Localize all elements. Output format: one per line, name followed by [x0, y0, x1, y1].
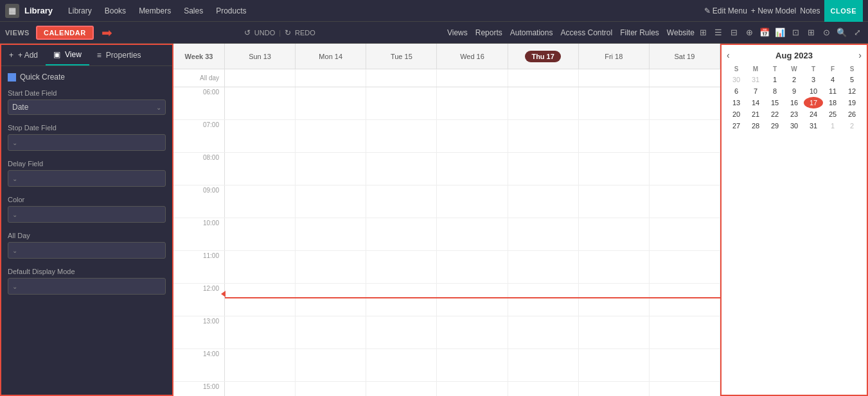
mini-cal-day[interactable]: 23 — [784, 108, 804, 120]
cal-cell[interactable] — [225, 284, 296, 316]
sidebar-tab-add[interactable]: + + Add — [1, 45, 46, 65]
cal-cell[interactable] — [296, 120, 366, 152]
cal-cell[interactable] — [225, 316, 296, 349]
cal-cell[interactable] — [366, 251, 437, 283]
cal-cell[interactable] — [366, 185, 437, 218]
mini-cal-day[interactable]: 31 — [746, 74, 765, 85]
sidebar-tab-properties[interactable]: ≡ Properties — [89, 45, 149, 65]
allday-cell-mon[interactable] — [296, 69, 366, 87]
cal-cell[interactable] — [508, 185, 579, 218]
cal-cell[interactable] — [437, 218, 508, 250]
website-menu-item[interactable]: Website — [667, 28, 695, 37]
close-button[interactable]: CLOSE — [824, 0, 863, 22]
mini-cal-day[interactable]: 2 — [784, 74, 804, 85]
cal-cell[interactable] — [437, 316, 508, 349]
cal-cell[interactable] — [296, 251, 366, 283]
cal-cell[interactable] — [296, 349, 366, 381]
mini-cal-day[interactable]: 16 — [784, 97, 804, 108]
redo-button[interactable]: REDO — [295, 29, 315, 37]
quick-create-checkbox[interactable] — [8, 73, 16, 82]
cal-cell[interactable] — [650, 284, 720, 316]
cal-cell[interactable] — [579, 153, 650, 185]
allday-cell-sat[interactable] — [650, 69, 720, 87]
cal-cell[interactable] — [296, 185, 366, 218]
mini-cal-day[interactable]: 7 — [746, 85, 765, 97]
nav-products[interactable]: Products — [211, 4, 251, 18]
cal-cell[interactable] — [366, 120, 437, 152]
mini-cal-day[interactable]: 28 — [746, 120, 765, 132]
allday-select[interactable]: ⌄ — [8, 242, 166, 259]
mini-cal-day[interactable]: 30 — [784, 120, 804, 132]
timer-icon[interactable]: ⊙ — [820, 27, 832, 39]
cal-cell[interactable] — [437, 185, 508, 218]
cal-cell[interactable] — [366, 382, 437, 396]
cal-cell[interactable] — [579, 382, 650, 396]
cal-cell[interactable] — [508, 316, 579, 349]
cal-cell[interactable] — [508, 218, 579, 250]
cal-cell[interactable] — [366, 218, 437, 250]
cal-cell[interactable] — [508, 284, 579, 316]
access-control-menu-item[interactable]: Access Control — [560, 28, 612, 37]
cal-cell[interactable] — [508, 382, 579, 396]
sidebar-tab-view[interactable]: ▣ View — [46, 45, 89, 65]
cal-cell[interactable] — [650, 153, 720, 185]
mini-cal-day[interactable]: 22 — [765, 108, 784, 120]
cal-cell[interactable] — [579, 349, 650, 381]
cal-cell[interactable] — [650, 349, 720, 381]
cal-cell[interactable] — [296, 316, 366, 349]
allday-cell-sun[interactable] — [225, 69, 296, 87]
calendar-view-button[interactable]: CALENDAR — [36, 26, 94, 40]
cal-cell[interactable] — [366, 316, 437, 349]
reports-menu-item[interactable]: Reports — [475, 28, 502, 37]
cal-cell[interactable] — [225, 382, 296, 396]
mini-cal-day[interactable]: 1 — [823, 120, 842, 132]
cal-cell[interactable] — [508, 251, 579, 283]
mini-cal-day[interactable]: 15 — [765, 97, 784, 108]
cal-cell[interactable] — [508, 87, 579, 119]
mini-cal-day[interactable]: 12 — [842, 85, 862, 97]
cal-cell[interactable] — [650, 251, 720, 283]
nav-members[interactable]: Members — [134, 4, 176, 18]
mini-cal-day[interactable]: 3 — [804, 74, 823, 85]
mini-cal-day[interactable]: 5 — [842, 74, 862, 85]
cal-cell[interactable] — [225, 87, 296, 119]
new-model-button[interactable]: + New Model — [751, 6, 796, 15]
cal-cell[interactable] — [366, 153, 437, 185]
graph-icon[interactable]: 📊 — [774, 27, 786, 39]
mini-cal-day[interactable]: 26 — [842, 108, 862, 120]
mini-cal-day[interactable]: 8 — [765, 85, 784, 97]
mini-cal-day[interactable]: 17 — [804, 97, 823, 108]
grid-icon[interactable]: ⊞ — [697, 27, 709, 39]
mini-cal-day[interactable]: 2 — [842, 120, 862, 132]
mini-cal-day[interactable]: 30 — [727, 74, 746, 85]
allday-cell-fri[interactable] — [579, 69, 650, 87]
cal-cell[interactable] — [579, 87, 650, 119]
mini-cal-day[interactable]: 11 — [823, 85, 842, 97]
mini-cal-day[interactable]: 21 — [746, 108, 765, 120]
cal-cell[interactable] — [437, 87, 508, 119]
cal-cell[interactable] — [296, 284, 366, 316]
cal-cell[interactable] — [296, 382, 366, 396]
cal-cell[interactable] — [296, 87, 366, 119]
cal-cell[interactable] — [225, 218, 296, 250]
nav-library[interactable]: Library — [63, 4, 97, 18]
nav-books[interactable]: Books — [100, 4, 131, 18]
map-icon[interactable]: ⊕ — [743, 27, 755, 39]
cal-cell[interactable] — [650, 87, 720, 119]
cal-cell[interactable] — [579, 218, 650, 250]
cal-cell[interactable] — [650, 316, 720, 349]
cal-cell[interactable] — [296, 153, 366, 185]
mini-cal-day[interactable]: 4 — [823, 74, 842, 85]
cal-cell[interactable] — [508, 349, 579, 381]
nav-sales[interactable]: Sales — [179, 4, 208, 18]
views-menu-item[interactable]: Views — [447, 28, 468, 37]
allday-cell-wed[interactable] — [437, 69, 508, 87]
search-icon[interactable]: 🔍 — [836, 27, 847, 39]
cal-cell[interactable] — [296, 218, 366, 250]
mini-cal-day[interactable]: 9 — [784, 85, 804, 97]
mini-cal-day[interactable]: 6 — [727, 85, 746, 97]
display-mode-select[interactable]: ⌄ — [8, 278, 166, 295]
cal-cell[interactable] — [437, 382, 508, 396]
next-month-button[interactable]: › — [858, 50, 862, 60]
pivot-icon[interactable]: ⊡ — [790, 27, 801, 39]
